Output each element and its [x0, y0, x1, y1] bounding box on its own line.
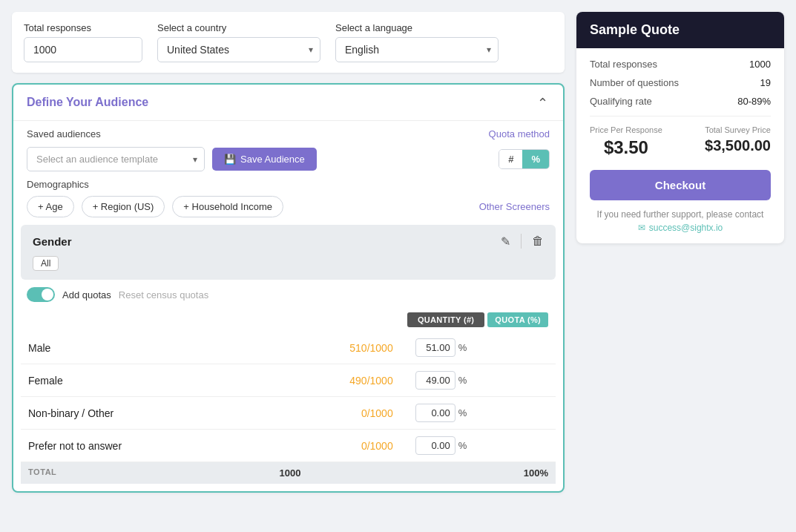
select-language-group: Select a language English Spanish French… [335, 22, 499, 62]
price-per-response-block: Price Per Response $3.50 [590, 125, 662, 158]
quote-detail-row: Number of questions 19 [590, 77, 771, 88]
quotas-left: Add quotas Reset census quotas [27, 287, 208, 302]
row-quota-cell: % [408, 397, 556, 430]
row-quantity: 0/1000 [262, 397, 408, 430]
table-row: Female 490/1000 % [21, 364, 556, 397]
audience-title-highlight: Your [66, 96, 92, 108]
total-survey-price-value: $3,500.00 [705, 137, 771, 154]
quota-input-wrapper: % [415, 404, 548, 422]
right-panel: Sample Quote Total responses 1000 Number… [576, 12, 784, 243]
audience-title-rest: Audience [92, 96, 148, 108]
quota-pct-button[interactable]: % [522, 150, 549, 168]
demographics-label: Demographics [13, 179, 563, 196]
price-per-response-label: Price Per Response [590, 125, 662, 134]
table-header-row: QUANTITY (#) QUOTA (%) [21, 308, 556, 332]
total-responses-group: Total responses [24, 22, 142, 62]
save-audience-button[interactable]: 💾 Save Audience [212, 148, 317, 171]
quota-method-label: Quota method [489, 128, 550, 139]
support-email-text: success@sightx.io [649, 223, 723, 233]
support-email-link[interactable]: ✉ success@sightx.io [590, 223, 771, 233]
quota-toggle: # % [499, 149, 550, 169]
quote-row-value: 19 [760, 77, 771, 88]
quote-body: Total responses 1000 Number of questions… [576, 48, 784, 243]
quote-detail-row: Qualifying rate 80-89% [590, 96, 771, 107]
quota-input-0[interactable] [415, 338, 455, 357]
template-select[interactable]: Select an audience template [27, 147, 205, 171]
quota-hash-button[interactable]: # [499, 150, 522, 168]
quota-method-buttons: # % [499, 149, 550, 169]
country-select[interactable]: United States United Kingdom Canada Aust… [157, 37, 320, 62]
gender-title: Gender [33, 235, 72, 248]
gender-header: Gender ✎ 🗑 [33, 234, 544, 249]
other-screeners-link[interactable]: Other Screeners [479, 201, 550, 212]
total-label: TOTAL [28, 467, 56, 479]
total-percentage: 100% [524, 467, 548, 479]
add-quotas-label: Add quotas [62, 289, 111, 301]
quota-input-3[interactable] [415, 436, 455, 455]
edit-gender-button[interactable]: ✎ [501, 234, 510, 249]
gender-all-tag: All [33, 256, 59, 271]
row-quantity: 510/1000 [262, 332, 408, 364]
add-region-button[interactable]: + Region (US) [82, 196, 165, 217]
language-select-wrapper: English Spanish French German [335, 37, 499, 62]
price-row: Price Per Response $3.50 Total Survey Pr… [590, 125, 771, 158]
table-row: Male 510/1000 % [21, 332, 556, 364]
language-select[interactable]: English Spanish French German [335, 37, 499, 62]
save-icon: 💾 [224, 154, 236, 165]
delete-gender-button[interactable]: 🗑 [532, 234, 544, 248]
gender-table: Male 510/1000 % Female 490/1000 % Non-bi… [21, 332, 556, 462]
audience-title: Define Your Audience [27, 96, 148, 109]
table-row: Prefer not to answer 0/1000 % [21, 430, 556, 462]
total-bar: TOTAL 1000 100% [21, 462, 556, 484]
collapse-button[interactable]: ⌃ [535, 95, 550, 110]
quota-input-wrapper: % [415, 338, 548, 357]
quote-rows: Total responses 1000 Number of questions… [590, 59, 771, 107]
checkout-button[interactable]: Checkout [590, 170, 771, 200]
table-row: Non-binary / Other 0/1000 % [21, 397, 556, 430]
quote-row-label: Number of questions [590, 77, 679, 88]
price-per-response-value: $3.50 [604, 137, 648, 158]
total-responses-input[interactable] [24, 37, 142, 62]
audience-header: Define Your Audience ⌃ [13, 85, 563, 121]
pct-symbol: % [458, 342, 467, 353]
pct-symbol: % [458, 375, 467, 386]
total-survey-price-label: Total Survey Price [705, 125, 771, 134]
quota-input-wrapper: % [415, 371, 548, 390]
gender-divider [521, 234, 522, 249]
saved-controls: Select an audience template 💾 Save Audie… [13, 147, 563, 179]
select-language-label: Select a language [335, 22, 499, 33]
audience-section: Define Your Audience ⌃ Saved audiences Q… [12, 83, 565, 493]
quotas-row: Add quotas Reset census quotas [13, 280, 563, 305]
support-text: If you need further support, please cont… [590, 209, 771, 220]
pct-symbol: % [458, 440, 467, 451]
audience-title-plain: Define [27, 96, 66, 108]
row-label: Non-binary / Other [21, 397, 262, 430]
total-quantity: 1000 [280, 467, 301, 479]
row-label: Prefer not to answer [21, 430, 262, 462]
reset-census-link[interactable]: Reset census quotas [119, 289, 208, 301]
save-audience-label: Save Audience [240, 154, 305, 165]
col-quantity-header: QUANTITY (#) [407, 312, 484, 327]
add-age-button[interactable]: + Age [27, 196, 74, 217]
total-responses-label: Total responses [24, 22, 142, 33]
add-household-button[interactable]: + Household Income [172, 196, 283, 217]
quota-input-2[interactable] [415, 404, 455, 422]
quote-row-label: Qualifying rate [590, 96, 652, 107]
quote-divider [590, 116, 771, 116]
row-quantity: 0/1000 [262, 430, 408, 462]
quote-row-label: Total responses [590, 59, 657, 70]
select-country-group: Select a country United States United Ki… [157, 22, 320, 62]
row-quantity: 490/1000 [262, 364, 408, 397]
row-quota-cell: % [408, 364, 556, 397]
col-quota-header: QUOTA (%) [487, 312, 548, 327]
row-label: Male [21, 332, 262, 364]
quota-table-container: QUANTITY (#) QUOTA (%) Male 510/1000 % F… [13, 305, 563, 491]
add-quotas-toggle[interactable] [27, 287, 55, 302]
quote-detail-row: Total responses 1000 [590, 59, 771, 70]
screener-left: + Age + Region (US) + Household Income [27, 196, 283, 217]
row-quota-cell: % [408, 332, 556, 364]
quota-input-1[interactable] [415, 371, 455, 390]
email-icon: ✉ [638, 223, 645, 233]
gender-actions: ✎ 🗑 [501, 234, 544, 249]
total-survey-price-block: Total Survey Price $3,500.00 [705, 125, 771, 154]
